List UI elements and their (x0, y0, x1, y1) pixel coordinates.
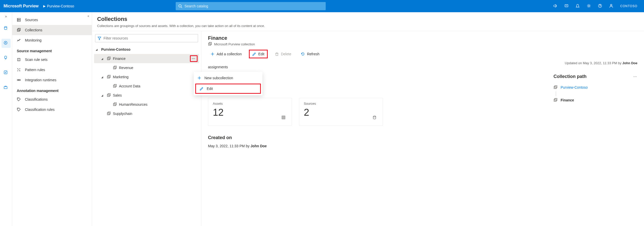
tree-node-sales[interactable]: ◢ Sales (94, 91, 199, 100)
feedback-icon[interactable] (564, 4, 569, 8)
path-link[interactable]: Purview-Contoso (561, 85, 588, 89)
breadcrumb-account[interactable]: Purview-Contoso (47, 4, 74, 8)
tree-label: Account Data (119, 84, 140, 88)
delete-button: Delete (272, 50, 294, 58)
database-icon (372, 115, 378, 121)
expand-rail-icon[interactable]: » (5, 14, 7, 18)
settings-icon[interactable] (587, 4, 591, 8)
ctx-label: New subcollection (204, 76, 233, 80)
path-title: Collection path (553, 74, 587, 79)
top-header: Microsoft Purview ▶ Purview-Contoso CONT… (0, 0, 644, 12)
classifications-icon (17, 97, 21, 101)
rail-item-management[interactable] (2, 83, 11, 92)
pencil-icon (200, 87, 204, 91)
classification-rules-icon (17, 108, 21, 112)
breadcrumb-separator-icon: ▶ (43, 4, 46, 8)
nav-label: Sources (25, 18, 38, 22)
trash-icon (275, 52, 279, 56)
card-assets[interactable]: Assets 12 (208, 98, 292, 126)
integration-runtimes-icon (17, 78, 21, 82)
rail-item-data-map[interactable] (2, 39, 11, 48)
caret-icon[interactable]: ◢ (101, 57, 105, 60)
nav-label: Classification rules (25, 108, 55, 112)
nav-label: Pattern rules (25, 68, 45, 72)
page-title: Collections (97, 16, 639, 22)
search-input[interactable] (184, 4, 323, 8)
path-more-button[interactable]: ⋯ (633, 75, 637, 79)
nav-item-monitoring[interactable]: Monitoring (12, 35, 92, 45)
pencil-icon (252, 52, 256, 56)
tree-node-finance[interactable]: ◢ Finance ⋯ (94, 54, 199, 63)
collection-icon (107, 57, 111, 61)
tree-node-human-resources[interactable]: HumanResources (94, 100, 199, 109)
ctx-item-new-subcollection[interactable]: New subcollection (194, 73, 262, 83)
rail-item-insights[interactable] (2, 54, 11, 63)
ctx-label: Edit (207, 87, 213, 91)
nav-item-sources[interactable]: Sources (12, 15, 92, 25)
rail-item-policy[interactable] (2, 68, 11, 77)
collection-icon (107, 112, 111, 116)
refresh-button[interactable]: Refresh (298, 50, 322, 58)
more-actions-button[interactable]: ⋯ (190, 55, 198, 62)
collection-icon (113, 84, 117, 88)
nav-item-collections[interactable]: Collections (12, 25, 92, 35)
help-icon[interactable] (598, 4, 603, 8)
path-item-root[interactable]: Purview-Contoso (553, 83, 637, 91)
monitoring-icon (17, 38, 21, 42)
detail-toolbar: Add a collection Edit Delete Refresh (208, 50, 637, 58)
nav-label: Collections (25, 28, 42, 32)
nav-item-classification-rules[interactable]: Classification rules (12, 104, 92, 115)
card-label: Assets (213, 102, 287, 105)
card-label: Sources (304, 102, 378, 105)
rail-item-data-catalog[interactable] (2, 24, 11, 33)
tree-node-marketing[interactable]: ◢ Marketing (94, 72, 199, 82)
nav-item-pattern-rules[interactable]: Pattern rules (12, 65, 92, 75)
tree-node-root[interactable]: ◢ Purview-Contoso (94, 45, 199, 54)
filter-input[interactable] (103, 36, 196, 40)
announcements-icon[interactable] (553, 4, 558, 8)
nav-item-classifications[interactable]: Classifications (12, 94, 92, 104)
grid-icon (281, 115, 287, 121)
created-on-text: May 3, 2022, 11:33 PM by John Doe (208, 144, 637, 148)
tb-label: Delete (281, 52, 291, 56)
collection-icon (208, 42, 212, 46)
edit-button[interactable]: Edit (249, 50, 268, 58)
tree-label: Finance (113, 57, 126, 61)
collection-icon (113, 66, 117, 70)
nav-item-integration-runtimes[interactable]: Integration runtimes (12, 75, 92, 85)
caret-icon[interactable]: ◢ (96, 48, 99, 51)
plus-icon (197, 76, 201, 80)
collapse-sidenav-icon[interactable]: « (87, 14, 89, 18)
collection-icon (113, 102, 117, 107)
caret-icon[interactable]: ◢ (101, 94, 105, 97)
tree-node-revenue[interactable]: Revenue (94, 63, 199, 72)
left-icon-rail: » (0, 12, 12, 226)
assignments-label: assignments (208, 65, 637, 69)
detail-subtitle-row: Microsoft Purview collection (208, 42, 637, 46)
tree-node-supplychain[interactable]: Supplychain (94, 109, 199, 118)
nav-item-scan-rule-sets[interactable]: Scan rule sets (12, 55, 92, 65)
filter-resources-box[interactable] (95, 34, 198, 42)
tree-node-account-data[interactable]: Account Data (94, 82, 199, 91)
search-box[interactable] (176, 2, 326, 10)
path-leaf-label: Finance (561, 98, 574, 102)
add-collection-button[interactable]: Add a collection (208, 50, 244, 58)
created-on-heading: Created on (208, 135, 637, 140)
notifications-icon[interactable] (576, 4, 580, 8)
nav-label: Classifications (25, 97, 48, 101)
refresh-icon (301, 52, 305, 56)
collection-detail-panel: Finance Microsoft Purview collection Add… (201, 31, 644, 226)
account-icon[interactable] (609, 4, 614, 8)
collection-icon (553, 98, 558, 102)
section-source-management: Source management (12, 45, 92, 55)
pattern-rules-icon (17, 68, 21, 72)
detail-title: Finance (208, 35, 637, 41)
tb-label: Edit (258, 52, 264, 56)
ctx-item-edit[interactable]: Edit (195, 84, 261, 94)
nav-label: Monitoring (25, 38, 41, 42)
page-subtitle: Collections are groupings of sources and… (97, 24, 639, 28)
nav-label: Scan rule sets (25, 58, 48, 62)
collection-path-panel: Collection path ⋯ Purview-Contoso Financ… (553, 74, 637, 104)
caret-icon[interactable]: ◢ (101, 76, 105, 78)
card-sources[interactable]: Sources 2 (299, 98, 383, 126)
